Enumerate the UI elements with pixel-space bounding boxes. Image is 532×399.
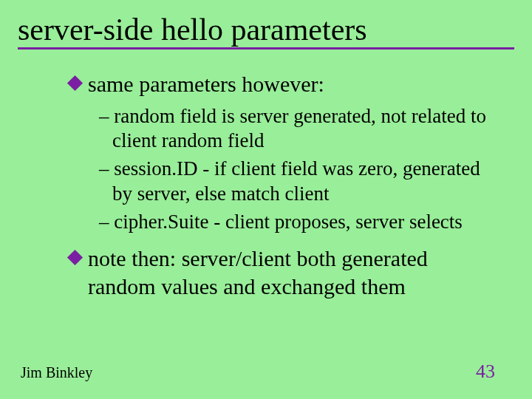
sub-item-text: random field is server generated, not re… <box>112 105 486 152</box>
sub-item-text: cipher.Suite - client proposes, server s… <box>114 211 463 233</box>
sub-list: – random field is server generated, not … <box>69 104 499 235</box>
diamond-icon <box>67 75 83 91</box>
bullet-item: note then: server/client both generated … <box>69 245 499 300</box>
sub-item: – random field is server generated, not … <box>99 104 492 154</box>
slide-title: server-side hello parameters <box>18 13 514 50</box>
sub-item-text: session.ID - if client field was zero, g… <box>112 157 480 205</box>
page-number: 43 <box>476 361 495 383</box>
bullet-text: note then: server/client both generated … <box>88 245 499 300</box>
sub-item: – cipher.Suite - client proposes, server… <box>99 210 492 235</box>
bullet-item: same parameters however: <box>69 70 499 98</box>
bullet-text: same parameters however: <box>88 70 324 98</box>
sub-item: – session.ID - if client field was zero,… <box>99 157 492 207</box>
footer-author: Jim Binkley <box>21 364 92 381</box>
slide-content: same parameters however: – random field … <box>18 70 514 300</box>
diamond-icon <box>67 250 83 265</box>
